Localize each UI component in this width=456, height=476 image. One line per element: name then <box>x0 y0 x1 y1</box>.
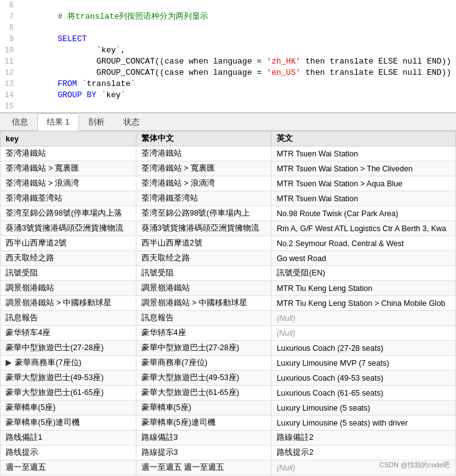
line-content: # 将translate列按照语种分为两列显示 <box>19 11 456 22</box>
table-cell: MTR Tsuen Wai Station <box>272 191 456 206</box>
table-row[interactable]: 豪華轎車(5座)連司機豪華轎車(5座)連司機Luxury Limousine (… <box>1 416 456 431</box>
table-cell: 豪华轿车4座 <box>136 326 272 341</box>
table-cell: 週一至週五 <box>1 460 136 475</box>
code-line: 6 <box>0 0 456 11</box>
line-content: SELECT <box>19 34 456 45</box>
table-row[interactable]: 豪华轿车4座豪华轿车4座(Null) <box>1 326 456 341</box>
table-cell: 豪華轎車(5座) <box>136 401 272 416</box>
table-cell: Luxury Limousine (5 seats) with driver <box>272 416 456 431</box>
code-line: 7 # 将translate列按照语种分为两列显示 <box>0 11 456 22</box>
table-cell: 荃湾至錦公路98號(停車場內上 <box>136 206 272 221</box>
column-header: 繁体中文 <box>136 131 272 146</box>
table-row[interactable]: 路线備註1路線備註3路線備註2 <box>1 431 456 445</box>
table-cell: 訊號受阻 <box>1 266 136 281</box>
table-cell: 路線備註2 <box>272 431 456 445</box>
table-cell: Rm A, G/F West ATL Logistics Ctr A Berth… <box>272 221 456 236</box>
line-content: GROUP_CONCAT((case when language = 'en_U… <box>19 67 456 79</box>
table-cell: 西天取经之路 <box>136 251 272 266</box>
result-container[interactable]: key繁体中文英文 荃湾港鐵站荃湾港鐵站MTR Tsuen Wai Statio… <box>0 131 456 476</box>
table-cell: 路線提示3 <box>136 445 272 460</box>
line-number: 14 <box>0 90 19 101</box>
line-content: FROM `translate` <box>19 79 456 90</box>
table-cell: 調景嶺港鐵站 > 中國移動球星 <box>136 296 272 311</box>
table-cell: 訊息報告 <box>136 311 272 326</box>
table-cell: 葵涌3號貨擁港碼頭亞洲貨擁物流 <box>136 221 272 236</box>
table-cell: No.2 Seymour Road, Central & West <box>272 236 456 251</box>
table-cell: 調景嶺港鐵站 <box>1 281 136 296</box>
line-number: 13 <box>0 79 19 90</box>
table-row[interactable]: 訊號受阻訊號受阻訊號受阻(EN) <box>1 266 456 281</box>
table-row[interactable]: 訊息報告訊息報告(Null) <box>1 311 456 326</box>
line-content: GROUP_CONCAT((case when language = 'zh_H… <box>19 56 456 67</box>
table-cell: MTR Tsuen Wai Station <box>272 146 456 161</box>
table-row[interactable]: 葵涌3號貨擁港碼頭亞洲貨擁物流葵涌3號貨擁港碼頭亞洲貨擁物流Rm A, G/F … <box>1 221 456 236</box>
column-header: key <box>1 131 136 146</box>
table-cell: 荃湾港鐵站 > 浪滴湾 <box>1 176 136 191</box>
table-cell: 荃湾港鐵荃湾站 <box>136 191 272 206</box>
table-cell: ▶ 豪華商務車(7座位) <box>1 356 136 371</box>
table-row[interactable]: 調景嶺港鐵站調景嶺港鐵站MTR Tiu Keng Leng Station <box>1 281 456 296</box>
table-cell: 荃湾港鐵站 > 寬裏匯 <box>136 161 272 176</box>
table-cell: 西天取经之路 <box>1 251 136 266</box>
code-line: 13 FROM `translate` <box>0 79 456 90</box>
table-row[interactable]: 豪華大型旅遊巴士(49-53座)豪華大型旅遊巴士(49-53座)Luxuriou… <box>1 371 456 386</box>
watermark: CSDN @找我的code吧 <box>379 460 450 470</box>
table-row[interactable]: 荃湾港鐵站 > 寬裏匯荃湾港鐵站 > 寬裏匯MTR Tsuen Wai Stat… <box>1 161 456 176</box>
table-cell: 豪华轿车4座 <box>1 326 136 341</box>
line-number: 11 <box>0 56 19 67</box>
table-cell: Luxurious Coach (61-65 seats) <box>272 386 456 401</box>
row-indicator: ▶ <box>6 358 14 367</box>
line-content: GROUP BY `key` <box>19 90 456 101</box>
table-cell: 路线提示 <box>1 445 136 460</box>
table-row[interactable]: ▶ 豪華商務車(7座位)豪華商務車(7座位)Luxury Limousine M… <box>1 356 456 371</box>
table-row[interactable]: 豪華轎車(5座)豪華轎車(5座)Luxury Limousine (5 seat… <box>1 401 456 416</box>
code-line: 9 SELECT <box>0 34 456 45</box>
table-cell: 豪華中型旅遊巴士(27-28座) <box>136 341 272 356</box>
table-row[interactable]: 荃湾港鐵站荃湾港鐵站MTR Tsuen Wai Station <box>1 146 456 161</box>
table-cell: Luxury Limousine (5 seats) <box>272 401 456 416</box>
table-cell: 豪華轎車(5座) <box>1 401 136 416</box>
table-cell: MTR Tsuen Wai Station > Aqua Blue <box>272 176 456 191</box>
code-line: 11 GROUP_CONCAT((case when language = 'z… <box>0 56 456 67</box>
table-row[interactable]: 路线提示路線提示3路线提示2 <box>1 445 456 460</box>
table-cell: 訊號受阻 <box>136 266 272 281</box>
table-row[interactable]: 荃湾至錦公路98號(停車場內上落荃湾至錦公路98號(停車場內上No.98 Rou… <box>1 206 456 221</box>
code-line: 10 `key`, <box>0 45 456 56</box>
table-row[interactable]: 西天取经之路西天取经之路Go west Road <box>1 251 456 266</box>
tab-info[interactable]: 信息 <box>2 113 37 130</box>
table-cell: (Null) <box>272 326 456 341</box>
table-row[interactable]: 調景嶺港鐵站 > 中國移動球星調景嶺港鐵站 > 中國移動球星MTR Tiu Ke… <box>1 296 456 311</box>
table-cell: Luxurious Coach (27-28 seats) <box>272 341 456 356</box>
table-cell: 荃湾港鐵站 <box>1 146 136 161</box>
line-content: `key`, <box>19 45 456 56</box>
table-row[interactable]: 西半山西摩道2號西半山西摩道2號No.2 Seymour Road, Centr… <box>1 236 456 251</box>
line-number: 15 <box>0 101 19 112</box>
table-cell: MTR Tiu Keng Leng Station <box>272 281 456 296</box>
table-cell: Luxury Limousine MVP (7 seats) <box>272 356 456 371</box>
table-row[interactable]: 豪華中型旅遊巴士(27-28座)豪華中型旅遊巴士(27-28座)Luxuriou… <box>1 341 456 356</box>
line-number: 8 <box>0 22 19 34</box>
table-cell: 荃湾至錦公路98號(停車場內上落 <box>1 206 136 221</box>
code-line: 12 GROUP_CONCAT((case when language = 'e… <box>0 67 456 79</box>
tab-profiling[interactable]: 剖析 <box>79 113 114 130</box>
table-cell: 豪華中型旅遊巴士(27-28座) <box>1 341 136 356</box>
code-line: 8 <box>0 22 456 34</box>
tab-status[interactable]: 状态 <box>114 113 149 130</box>
table-cell: 葵涌3號貨擁港碼頭亞洲貨擁物流 <box>1 221 136 236</box>
table-cell: 豪華商務車(7座位) <box>136 356 272 371</box>
table-row[interactable]: 荃湾港鐵荃湾站荃湾港鐵荃湾站MTR Tsuen Wai Station <box>1 191 456 206</box>
table-cell: MTR Tiu Keng Leng Station > China Mobile… <box>272 296 456 311</box>
table-row[interactable]: 荃湾港鐵站 > 浪滴湾荃湾港鐵站 > 浪滴湾MTR Tsuen Wai Stat… <box>1 176 456 191</box>
line-number: 12 <box>0 67 19 79</box>
table-cell: 荃湾港鐵站 > 浪滴湾 <box>136 176 272 191</box>
table-cell: 調景嶺港鐵站 <box>136 281 272 296</box>
tab-result1[interactable]: 结果 1 <box>37 113 79 131</box>
table-cell: 荃湾港鐵站 > 寬裏匯 <box>1 161 136 176</box>
table-cell: 荃湾港鐵站 <box>136 146 272 161</box>
column-header: 英文 <box>272 131 456 146</box>
table-cell: 西半山西摩道2號 <box>136 236 272 251</box>
table-row[interactable]: 豪華大型旅遊巴士(61-65座)豪華大型旅遊巴士(61-65座)Luxuriou… <box>1 386 456 401</box>
table-cell: No.98 Route Twisk (Car Park Area) <box>272 206 456 221</box>
table-cell: 荃湾港鐵荃湾站 <box>1 191 136 206</box>
table-cell: Go west Road <box>272 251 456 266</box>
